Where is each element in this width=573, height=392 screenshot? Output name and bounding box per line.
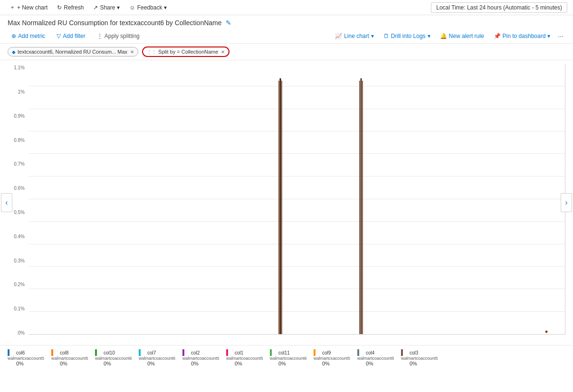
legend-item-col11: col11 walmartcoaccount6 0% <box>270 349 308 366</box>
pin-dashboard-label: Pin to dashboard <box>503 33 546 39</box>
share-icon: ↗ <box>93 4 98 11</box>
legend-pct-col2: 0% <box>182 361 199 366</box>
legend-name-col8: col8 <box>60 350 68 355</box>
legend-color-col2: col2 <box>182 349 200 356</box>
legend-swatch-col3 <box>401 349 408 356</box>
chevron-down-icon: ▾ <box>164 4 167 11</box>
refresh-button[interactable]: ↻ Refresh <box>53 3 87 12</box>
y-label-01: 0.1% <box>0 306 25 311</box>
chart-plot: 6 AM 12 PM 6 PM May 11 12:42 AM <box>29 64 565 335</box>
legend-sub-col10: walmartcoaccount6 <box>95 356 132 361</box>
legend-sub-col11: walmartcoaccount6 <box>270 356 307 361</box>
metric-filter-tag[interactable]: ◆ textcxaccount6, Normalized RU Consum..… <box>8 47 138 56</box>
legend-item-col10: col10 walmartcoaccount6 0% <box>95 349 133 366</box>
metric-color-dot: ◆ <box>12 49 16 55</box>
legend-name-col4: col4 <box>366 350 374 355</box>
split-filter-close[interactable]: ✕ <box>221 49 225 55</box>
legend-sub-col6: walmartcxaccount5 <box>8 356 44 361</box>
new-alert-button[interactable]: 🔔 New alert rule <box>436 32 488 40</box>
prev-arrow-button[interactable]: ‹ <box>1 193 12 212</box>
legend-pct-col6: 0% <box>8 361 24 366</box>
refresh-icon: ↻ <box>57 4 62 11</box>
toolbar-right: Local Time: Last 24 hours (Automatic - 5… <box>431 2 567 13</box>
line-chart-button[interactable]: 📈 Line chart ▾ <box>331 32 378 40</box>
edit-icon[interactable]: ✎ <box>226 19 231 27</box>
time-range-label: Local Time: Last 24 hours (Automatic - 5… <box>436 4 562 11</box>
new-chart-button[interactable]: ＋ + New chart <box>6 2 51 13</box>
y-label-04: 0.4% <box>0 234 25 239</box>
y-label-11: 1.1% <box>0 65 25 70</box>
legend-row: col6 walmartcxaccount5 0% col8 walmartco… <box>0 345 573 370</box>
y-label-07: 0.7% <box>0 161 25 167</box>
chart-header: Max Normalized RU Consumption for textcx… <box>0 15 573 28</box>
legend-name-col2: col2 <box>191 350 200 355</box>
add-filter-button[interactable]: ▽ Add filter <box>53 32 89 40</box>
drill-logs-label: Drill into Logs <box>391 33 426 39</box>
y-label-06: 0.6% <box>0 186 25 191</box>
legend-item-col7: col7 walmartcxaccount6 0% <box>139 349 177 366</box>
chart-container: 0% 0.1% 0.2% 0.3% 0.4% 0.5% 0.6% 0.7% 0.… <box>0 60 573 345</box>
legend-pct-col10: 0% <box>95 361 111 366</box>
y-label-1: 1% <box>0 89 25 94</box>
legend-sub-col4: walmartcoaccount5 <box>357 356 394 361</box>
time-range-selector[interactable]: Local Time: Last 24 hours (Automatic - 5… <box>431 2 567 13</box>
legend-pct-col11: 0% <box>270 361 286 366</box>
legend-pct-col4: 0% <box>357 361 373 366</box>
legend-name-col1: col1 <box>235 350 243 355</box>
chevron-down-icon: ▾ <box>117 4 120 11</box>
pin-dashboard-button[interactable]: 📌 Pin to dashboard ▾ <box>490 32 554 40</box>
split-filter-label: Split by = CollectionName <box>158 49 218 55</box>
legend-color-col9: col9 <box>314 349 331 356</box>
split-icon: ⋮ <box>97 33 103 39</box>
legend-pct-col1: 0% <box>226 361 242 366</box>
share-button[interactable]: ↗ Share ▾ <box>89 3 124 12</box>
action-left: ⊕ Add metric ▽ Add filter ⋮ Apply splitt… <box>8 32 143 40</box>
svg-point-6 <box>545 331 548 333</box>
legend-pct-col8: 0% <box>51 361 67 366</box>
legend-sub-col7: walmartcxaccount6 <box>139 356 175 361</box>
line-chart-icon: 📈 <box>335 33 342 39</box>
metric-filter-label: textcxaccount6, Normalized RU Consum... … <box>18 49 127 55</box>
new-alert-label: New alert rule <box>449 33 484 39</box>
legend-swatch-col7 <box>139 349 145 356</box>
filter-icon: ▽ <box>57 33 61 39</box>
refresh-label: Refresh <box>64 4 84 11</box>
drill-icon: 🗒 <box>383 33 389 39</box>
y-label-09: 0.9% <box>0 113 25 119</box>
more-options-button[interactable]: ··· <box>556 31 565 41</box>
next-arrow-button[interactable]: › <box>561 193 572 212</box>
legend-color-col4: col4 <box>357 349 374 356</box>
legend-item-col3: col3 walmartcoaccount5 0% <box>401 349 439 366</box>
legend-item-col8: col8 walmartcoaccount5 0% <box>51 349 89 366</box>
y-label-03: 0.3% <box>0 258 25 263</box>
legend-item-col9: col9 walmartcxaccount5 0% <box>314 349 352 366</box>
metric-filter-close[interactable]: ✕ <box>130 49 134 55</box>
legend-sub-col1: walmartcoaccount5 <box>226 356 263 361</box>
legend-name-col9: col9 <box>322 350 331 355</box>
action-right: 📈 Line chart ▾ 🗒 Drill into Logs ▾ 🔔 New… <box>331 31 565 41</box>
action-toolbar: ⊕ Add metric ▽ Add filter ⋮ Apply splitt… <box>0 28 573 44</box>
apply-splitting-button[interactable]: ⋮ Apply splitting <box>93 32 143 40</box>
pin-icon: 📌 <box>494 33 501 39</box>
plus-circle-icon: ⊕ <box>11 33 16 39</box>
legend-color-col1: col1 <box>226 349 243 356</box>
plus-icon: ＋ <box>10 3 15 11</box>
share-label: Share <box>100 4 115 11</box>
y-label-08: 0.8% <box>0 138 25 143</box>
legend-item-col1: col1 walmartcoaccount5 0% <box>226 349 264 366</box>
legend-swatch-col8 <box>51 349 58 356</box>
chart-svg <box>29 64 565 334</box>
legend-swatch-col10 <box>95 349 102 356</box>
top-toolbar: ＋ + New chart ↻ Refresh ↗ Share ▾ ☺ Feed… <box>0 0 573 15</box>
chevron-down-icon: ▾ <box>547 33 550 39</box>
add-metric-button[interactable]: ⊕ Add metric <box>8 32 49 40</box>
chevron-down-icon: ▾ <box>428 33 430 39</box>
add-metric-label: Add metric <box>18 33 45 39</box>
drill-logs-button[interactable]: 🗒 Drill into Logs ▾ <box>380 32 434 40</box>
feedback-button[interactable]: ☺ Feedback ▾ <box>125 3 171 12</box>
legend-color-col11: col11 <box>270 349 290 356</box>
legend-color-col10: col10 <box>95 349 115 356</box>
apply-splitting-label: Apply splitting <box>105 33 140 39</box>
legend-swatch-col6 <box>8 349 14 356</box>
split-filter-tag[interactable]: ⋮⋮ Split by = CollectionName ✕ <box>142 47 229 57</box>
